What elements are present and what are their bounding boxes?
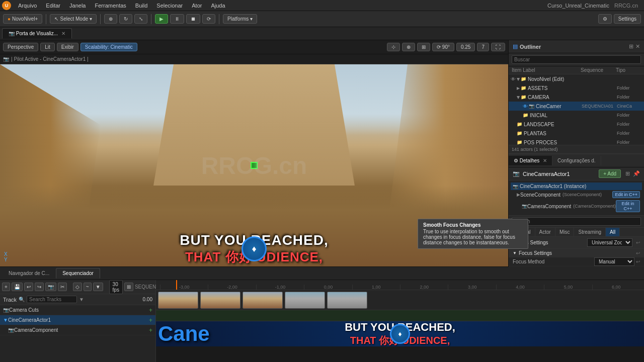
cam-component-track[interactable]: 📷 CameraComponent +: [0, 325, 155, 335]
prop-tab-misc[interactable]: Misc: [555, 228, 575, 236]
details-tab-detalhes[interactable]: ⚙ Detalhes ✕: [509, 156, 552, 165]
seq-keyframe-btn[interactable]: ◇: [73, 283, 82, 291]
outliner-search-input[interactable]: [512, 55, 641, 64]
vp-angle-value: 90°: [442, 44, 450, 50]
camera-cuts-timeline-track[interactable]: [156, 290, 644, 310]
track-filter-icon[interactable]: ▼: [79, 297, 84, 302]
viewport-tab-close[interactable]: ✕: [61, 31, 65, 36]
pin-icon[interactable]: 📌: [633, 170, 640, 177]
vp-num-btn[interactable]: 7: [477, 43, 489, 51]
viewport-tab[interactable]: 📷 Porta de Visualiz... ✕: [2, 28, 72, 39]
menu-arquivo[interactable]: Arquivo: [14, 2, 41, 10]
simulate-btn[interactable]: ⟳: [202, 14, 215, 24]
play-btn[interactable]: ▶: [155, 14, 168, 24]
menu-build[interactable]: Build: [131, 2, 151, 10]
select-mode-btn[interactable]: ↖ Select Mode ▾: [50, 14, 97, 24]
playhead[interactable]: [176, 280, 177, 290]
cinecam-track[interactable]: ▼ CineCameraActor1 +: [0, 315, 155, 325]
prop-tab-actor[interactable]: Actor: [535, 228, 555, 236]
seq-filter-btn[interactable]: ▼: [93, 283, 103, 291]
cinematic-btn[interactable]: Scalability: Cinematic: [80, 43, 137, 51]
comp-cinecam-instance[interactable]: 📷 CineCameraActor1 (Instance): [511, 183, 642, 190]
tree-cinecamer[interactable]: 👁 📷 CineCamer SEQUENCIA01 CineCa: [509, 102, 644, 111]
seq-redo-btn[interactable]: ↪: [35, 283, 44, 291]
actor-cube[interactable]: [251, 162, 258, 169]
select-mode-label: Select Mode: [60, 16, 88, 22]
vp-move-btn[interactable]: ⊕: [402, 43, 415, 51]
comp-scene-component[interactable]: ▶ SceneComponent (SceneComponent) Edit i…: [511, 190, 642, 199]
menu-janela[interactable]: Janela: [65, 2, 90, 10]
seq-tab[interactable]: Sequenciador: [56, 268, 100, 279]
prop-tab-all[interactable]: All: [606, 228, 620, 236]
comp-camera-component[interactable]: 📷 CameraComponent (CameraComponent) Edit…: [511, 199, 642, 213]
vp-cursor-btn[interactable]: ⊹: [387, 43, 400, 51]
outliner-options-icon[interactable]: ⊞: [629, 43, 633, 50]
vp-fov-btn[interactable]: 0.25: [456, 43, 475, 51]
posproc-icon: 📁: [517, 140, 522, 145]
tree-landscape[interactable]: 📁 LANDSCAPE Folder: [509, 120, 644, 129]
camera-cuts-add-icon[interactable]: +: [149, 307, 152, 314]
menu-ajuda[interactable]: Ajuda: [207, 2, 229, 10]
mark-4: 4,00: [496, 285, 544, 290]
pos-proces-label: POS PROCES: [524, 140, 617, 145]
outliner-close-icon[interactable]: ✕: [635, 43, 640, 50]
focus-method-dropdown[interactable]: Manual: [594, 257, 634, 266]
prop-tab-streaming[interactable]: Streaming: [574, 228, 606, 236]
perspective-btn[interactable]: Perspective: [3, 43, 38, 51]
tree-camera[interactable]: ▶ 📁 CAMERA Folder: [509, 93, 644, 102]
focus-settings-header[interactable]: ▼ Focus Settings ↩: [509, 249, 644, 257]
lens-type-dropdown[interactable]: Universal Zoom: [587, 238, 632, 247]
chevron-focus: ▼: [513, 251, 517, 255]
tree-novonivel[interactable]: 👁 ▶ 📁 NovoNivel (Edit): [509, 74, 644, 83]
seq-view-btn[interactable]: ⊞: [124, 283, 133, 291]
vp-fullscreen-btn[interactable]: ⛶: [491, 43, 505, 51]
seq-save-btn[interactable]: 💾: [12, 283, 23, 291]
menu-selecionar[interactable]: Selecionar: [152, 2, 187, 10]
vp-grid-btn[interactable]: ⊞: [417, 43, 430, 51]
cinecam-add-icon[interactable]: +: [149, 317, 152, 324]
stop-btn[interactable]: ⏹: [186, 14, 200, 24]
transform-btn[interactable]: ⊕: [104, 14, 117, 24]
platforms-btn[interactable]: Platforms ▾: [223, 14, 257, 24]
settings-btn[interactable]: ⚙: [598, 14, 612, 24]
details-tab-config[interactable]: Configurações d.: [552, 156, 601, 165]
scale-btn[interactable]: ⤡: [134, 14, 147, 24]
seq-fps-display[interactable]: 30 fps: [109, 280, 123, 294]
seq-add-btn[interactable]: +: [2, 283, 10, 291]
menu-ator[interactable]: Ator: [188, 2, 206, 10]
focus-method-reset[interactable]: ↩: [636, 259, 640, 264]
menu-editar[interactable]: Editar: [42, 2, 64, 10]
camera-cuts-icon: 📷: [3, 307, 9, 313]
seq-left-panel: + 💾 ↩ ↪ 📷 ✂ ◇ ~ ▼ 30 fps ⊞ SEQUENCIA01 📌…: [0, 280, 156, 362]
camera-edit-btn[interactable]: Edit in C++: [616, 200, 640, 212]
cam-component-add-icon[interactable]: +: [149, 327, 152, 334]
tree-plantas[interactable]: 📁 PLANTAS Folder: [509, 129, 644, 138]
menu-ferramentas[interactable]: Ferramentas: [91, 2, 130, 10]
track-search-input[interactable]: [27, 296, 77, 303]
tree-assets[interactable]: ▶ 📁 ASSETS Folder: [509, 83, 644, 93]
seq-trim-btn[interactable]: ✂: [58, 283, 67, 291]
seq-camera-btn[interactable]: 📷: [45, 283, 56, 291]
scene-edit-btn[interactable]: Edit in C++: [612, 191, 640, 198]
seq-undo-btn[interactable]: ↩: [24, 283, 33, 291]
camera-cuts-track[interactable]: 📷 Camera Cuts +: [0, 305, 155, 315]
lens-settings-header[interactable]: ▶ Lens Settings Universal Zoom ↩: [509, 237, 644, 248]
settings-label-btn[interactable]: Settings: [614, 14, 641, 24]
exhibit-btn[interactable]: Exibir: [57, 43, 78, 51]
project-btn[interactable]: ● NovoNivel+: [3, 14, 42, 24]
layout-icon[interactable]: ⊞: [625, 170, 630, 177]
add-component-btn[interactable]: + Add: [599, 169, 621, 178]
details-tab-close[interactable]: ✕: [543, 158, 547, 163]
vp-angle-btn[interactable]: ⟳ 90°: [432, 43, 454, 51]
prop-search-input[interactable]: [512, 217, 641, 226]
pause-btn[interactable]: ⏸: [170, 14, 184, 24]
lit-btn[interactable]: Lit: [40, 43, 55, 51]
focus-reset-icon[interactable]: ↩: [636, 250, 640, 256]
inicial-label: INICIAL: [530, 113, 617, 118]
nav-tab[interactable]: Navegador de C...: [2, 268, 56, 279]
tree-inicial[interactable]: 📁 INICIAL Folder: [509, 111, 644, 120]
lens-reset-icon[interactable]: ↩: [636, 240, 640, 245]
tree-pos-proces[interactable]: 📁 POS PROCES Folder: [509, 138, 644, 145]
rotate-btn[interactable]: ↻: [119, 14, 132, 24]
seq-curve-btn[interactable]: ~: [84, 283, 92, 291]
